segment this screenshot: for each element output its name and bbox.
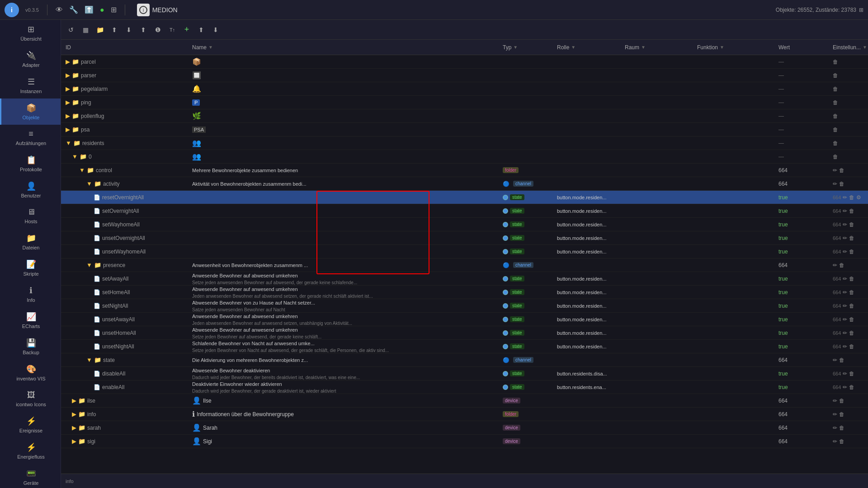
table-row-reset-overnight-all[interactable]: 📄 resetOvernightAll state button.mode.re… [61, 191, 868, 204]
table-row[interactable]: 📄 unsetNightAll Schlafende Bewohner von … [61, 340, 868, 353]
sidebar-item-info[interactable]: ℹ Info [0, 281, 61, 307]
sidebar-item-backup[interactable]: 💾 Backup [0, 333, 61, 360]
sidebar-item-energy[interactable]: ⚡ Energiefluss [0, 438, 61, 464]
typ-filter-icon[interactable]: ▼ [513, 45, 518, 50]
delete-icon[interactable]: 🗑 [839, 167, 844, 174]
edit-icon[interactable]: ✏ [833, 357, 837, 363]
one-button[interactable]: ❶ [151, 23, 164, 36]
table-row[interactable]: ▶📁 sarah 👤 Sarah device 664 ✏🗑 [61, 421, 868, 435]
edit-icon[interactable]: ✏ [833, 167, 837, 174]
sidebar-item-echarts[interactable]: 📈 ECharts [0, 307, 61, 333]
upload2-button[interactable]: ⬆ [137, 23, 150, 36]
name-filter-icon[interactable]: ▼ [208, 45, 213, 50]
sidebar-item-protocols[interactable]: 📋 Protokolle [0, 150, 61, 177]
table-row[interactable]: ▶📁 info ℹ Informationen über die Bewohne… [61, 408, 868, 421]
edit-icon[interactable]: ✏ [833, 398, 837, 404]
delete-icon[interactable]: 🗑 [833, 113, 838, 119]
edit-icon[interactable]: ✏ [833, 411, 837, 418]
delete-icon[interactable]: 🗑 [849, 194, 854, 201]
delete-icon[interactable]: 🗑 [849, 276, 854, 282]
sidebar-item-devices[interactable]: 📟 Geräte [0, 464, 61, 488]
edit-icon[interactable]: ✏ [843, 343, 847, 350]
delete-icon[interactable]: 🗑 [849, 208, 854, 214]
edit-icon[interactable]: ✏ [843, 316, 847, 323]
delete-icon[interactable]: 🗑 [833, 59, 838, 65]
sidebar-item-overview[interactable]: ⊞ Übersicht [0, 20, 61, 46]
table-row[interactable]: ▼📁 residents 👥 — 🗑 [61, 136, 868, 150]
delete-icon[interactable]: 🗑 [839, 262, 844, 268]
sort-button[interactable]: T↑ [166, 23, 179, 36]
edit-icon[interactable]: ✏ [833, 438, 837, 445]
download-button[interactable]: ⬇ [123, 23, 135, 36]
delete-icon[interactable]: 🗑 [833, 99, 838, 106]
delete-icon[interactable]: 🗑 [849, 330, 854, 336]
delete-icon[interactable]: 🗑 [833, 72, 838, 79]
grid-view-button[interactable]: ▦ [79, 23, 92, 36]
edit-icon[interactable]: ✏ [833, 181, 837, 187]
table-row[interactable]: ▶📁 pollenflug 🌿 — 🗑 [61, 109, 868, 123]
edit-icon[interactable]: ✏ [843, 303, 847, 309]
sidebar-item-events[interactable]: ⚡ Ereignisse [0, 412, 61, 438]
delete-icon[interactable]: 🗑 [839, 425, 844, 431]
delete-icon[interactable]: 🗑 [849, 316, 854, 323]
sidebar-item-adapter[interactable]: 🔌 Adapter [0, 46, 61, 72]
table-row[interactable]: ▼📁 activity Aktivität von Bewohnerobjekt… [61, 177, 868, 191]
table-row[interactable]: 📄 unsetWayhomeAll state button.mode.resi… [61, 245, 868, 258]
edit-icon[interactable]: ✏ [843, 289, 847, 296]
table-row[interactable]: 📄 setHomeAll Abwesende Bewohner auf anwe… [61, 286, 868, 299]
delete-icon[interactable]: 🗑 [839, 398, 844, 404]
sidebar-item-files[interactable]: 📁 Dateien [0, 229, 61, 255]
sidebar-item-inventwo[interactable]: 🎨 inventwo VIS [0, 360, 61, 386]
edit-icon[interactable]: ✏ [833, 262, 837, 268]
edit-icon[interactable]: ✏ [843, 371, 847, 377]
table-row[interactable]: 📄 unsetOvernightAll state button.mode.re… [61, 231, 868, 245]
table-row[interactable]: 📄 setAwayAll Anwesende Bewohner auf abwe… [61, 272, 868, 286]
edit-icon[interactable]: ✏ [843, 249, 847, 255]
table-row[interactable]: 📄 setWayhomeAll state button.mode.reside… [61, 218, 868, 231]
edit-icon[interactable]: ✏ [843, 235, 847, 241]
upload-button[interactable]: ⬆ [108, 23, 121, 36]
sidebar-item-hosts[interactable]: 🖥 Hosts [0, 203, 61, 229]
delete-icon[interactable]: 🗑 [833, 86, 838, 92]
delete-icon[interactable]: 🗑 [849, 384, 854, 390]
table-row[interactable]: 📄 unsetAwayAll Anwesende Bewohner auf ab… [61, 313, 868, 326]
sidebar-item-objects[interactable]: 📦 Objekte [0, 99, 61, 125]
edit-icon[interactable]: ✏ [843, 384, 847, 390]
edit-icon[interactable]: ✏ [843, 276, 847, 282]
add-button[interactable]: + [180, 23, 193, 36]
table-row[interactable]: 📄 setNightAll Abwesende Bewohner von zu … [61, 299, 868, 313]
upload-icon[interactable]: ⬆️ [85, 5, 94, 14]
table-row[interactable]: ▶📁 parcel 📦 — 🗑 [61, 55, 868, 69]
delete-icon[interactable]: 🗑 [833, 154, 838, 160]
table-row[interactable]: 📄 disableAll Abwesende Bewohner deaktivi… [61, 367, 868, 380]
delete-icon[interactable]: 🗑 [849, 289, 854, 296]
einstellungen-filter-icon[interactable]: ▼ [863, 45, 867, 50]
edit-icon[interactable]: ✏ [833, 425, 837, 431]
funktion-filter-icon[interactable]: ▼ [720, 45, 724, 50]
table-row[interactable]: ▶📁 parser 🔲 — 🗑 [61, 69, 868, 82]
import-button[interactable]: ⬇ [209, 23, 222, 36]
delete-icon[interactable]: 🗑 [833, 127, 838, 133]
delete-icon[interactable]: 🗑 [839, 438, 844, 445]
edit-icon[interactable]: ✏ [843, 330, 847, 336]
green-dot-icon[interactable]: ● [100, 6, 104, 14]
sidebar-item-users[interactable]: 👤 Benutzer [0, 177, 61, 203]
delete-icon[interactable]: 🗑 [833, 140, 838, 146]
sidebar-item-icontwo[interactable]: 🖼 icontwo Icons [0, 386, 61, 412]
raum-filter-icon[interactable]: ▼ [641, 45, 646, 50]
expand-icon[interactable]: ⊞ [859, 7, 863, 13]
table-row[interactable]: ▼📁 0 👥 — 🗑 [61, 150, 868, 164]
table-row[interactable]: 📄 enableAll Deaktivierte Einwohner wiede… [61, 380, 868, 394]
config-icon[interactable]: ⚙ [856, 194, 861, 201]
table-row[interactable]: 📄 unsetHomeAll Abwesende Bewohner auf an… [61, 326, 868, 340]
table-row[interactable]: ▼📁 control Mehrere Bewohner­objekte zusa… [61, 164, 868, 177]
table-row[interactable]: ▶📁 ping P — 🗑 [61, 96, 868, 109]
table-row[interactable]: ▶📁 pegelalarm 🔔 — 🗑 [61, 82, 868, 96]
sidebar-item-enumerations[interactable]: ≡ Aufzählungen [0, 125, 61, 150]
export-button[interactable]: ⬆ [195, 23, 208, 36]
folder-button[interactable]: 📁 [94, 23, 106, 36]
table-row[interactable]: ▼📁 presence Anwesenheit von Bewohnerobje… [61, 258, 868, 272]
sidebar-item-scripts[interactable]: 📝 Skripte [0, 255, 61, 281]
delete-icon[interactable]: 🗑 [849, 249, 854, 255]
rolle-filter-icon[interactable]: ▼ [571, 45, 576, 50]
